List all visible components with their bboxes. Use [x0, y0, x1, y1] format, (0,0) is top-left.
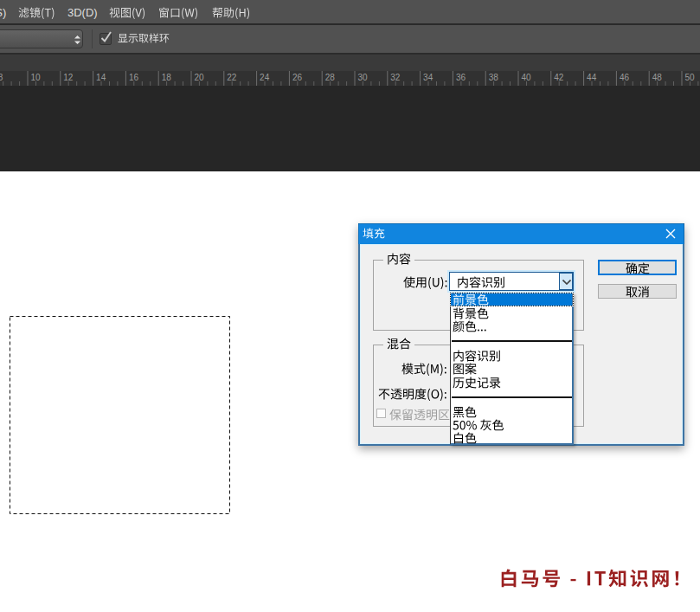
svg-text:26: 26 [292, 73, 303, 82]
svg-text:18: 18 [162, 73, 172, 82]
svg-text:40: 40 [522, 73, 532, 82]
svg-text:14: 14 [96, 73, 106, 82]
svg-text:8: 8 [0, 73, 3, 82]
svg-text:42: 42 [554, 73, 564, 82]
svg-text:22: 22 [227, 73, 237, 82]
svg-text:28: 28 [325, 73, 336, 82]
svg-text:36: 36 [456, 73, 466, 82]
svg-text:34: 34 [423, 73, 433, 82]
svg-text:10: 10 [31, 73, 42, 82]
svg-text:48: 48 [652, 73, 663, 82]
svg-text:24: 24 [260, 73, 270, 82]
svg-text:44: 44 [587, 73, 597, 82]
svg-text:12: 12 [63, 73, 74, 82]
svg-text:38: 38 [489, 73, 499, 82]
svg-text:32: 32 [390, 73, 401, 82]
svg-text:50: 50 [685, 73, 696, 82]
svg-text:20: 20 [195, 73, 205, 82]
svg-text:16: 16 [129, 73, 139, 82]
svg-text:30: 30 [358, 73, 369, 82]
svg-text:46: 46 [620, 73, 630, 82]
